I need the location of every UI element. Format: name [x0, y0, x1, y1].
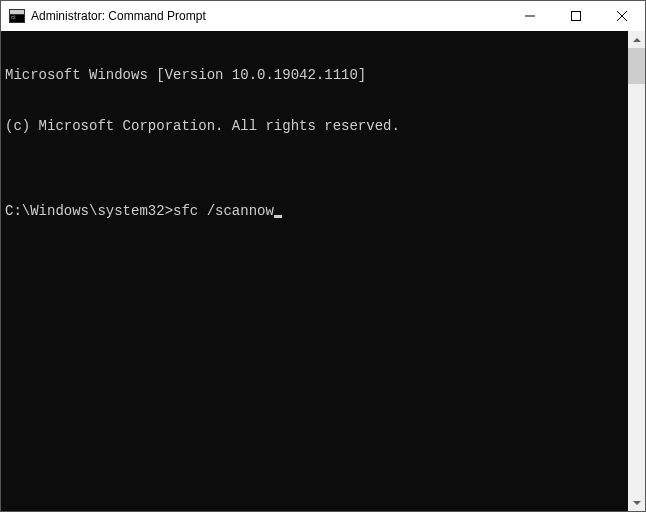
terminal-line: (c) Microsoft Corporation. All rights re…	[5, 118, 624, 135]
minimize-icon	[525, 11, 535, 21]
title-left: c:\ Administrator: Command Prompt	[1, 9, 507, 23]
command-input[interactable]: sfc /scannow	[173, 203, 274, 220]
command-prompt-window: c:\ Administrator: Command Prompt Micros…	[0, 0, 646, 512]
window-controls	[507, 1, 645, 31]
titlebar[interactable]: c:\ Administrator: Command Prompt	[1, 1, 645, 31]
scrollbar-track[interactable]	[628, 48, 645, 494]
cmd-icon: c:\	[9, 9, 25, 23]
prompt-path: C:\Windows\system32>	[5, 203, 173, 220]
close-button[interactable]	[599, 1, 645, 31]
scrollbar-thumb[interactable]	[628, 48, 645, 84]
terminal-output[interactable]: Microsoft Windows [Version 10.0.19042.11…	[1, 31, 628, 511]
prompt-line: C:\Windows\system32>sfc /scannow	[5, 203, 624, 220]
client-area: Microsoft Windows [Version 10.0.19042.11…	[1, 31, 645, 511]
window-title: Administrator: Command Prompt	[31, 9, 206, 23]
scroll-down-arrow-icon[interactable]	[628, 494, 645, 511]
svg-rect-0	[572, 12, 581, 21]
close-icon	[617, 11, 627, 21]
terminal-line: Microsoft Windows [Version 10.0.19042.11…	[5, 67, 624, 84]
scroll-up-arrow-icon[interactable]	[628, 31, 645, 48]
cursor	[274, 215, 282, 218]
maximize-button[interactable]	[553, 1, 599, 31]
minimize-button[interactable]	[507, 1, 553, 31]
vertical-scrollbar[interactable]	[628, 31, 645, 511]
maximize-icon	[571, 11, 581, 21]
